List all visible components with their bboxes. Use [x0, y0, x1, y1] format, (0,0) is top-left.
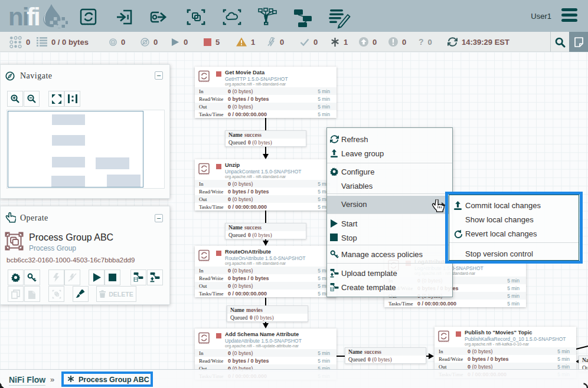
- svg-text:fi: fi: [27, 4, 40, 28]
- svg-text:ni: ni: [8, 4, 28, 28]
